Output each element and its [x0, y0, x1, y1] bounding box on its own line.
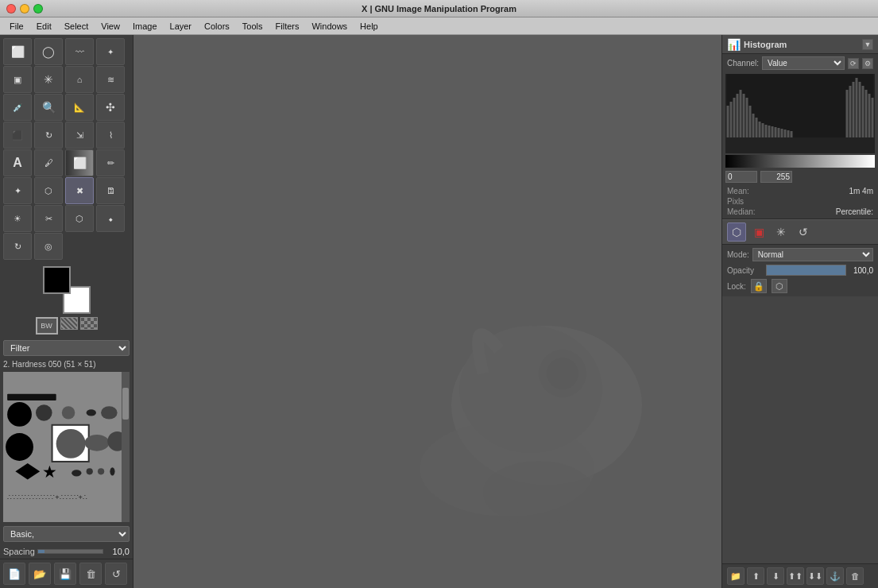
menu-file[interactable]: File — [3, 20, 30, 33]
layers-panel-header: ⬡ ▣ ✳ ↺ — [722, 219, 878, 245]
tool-ellipse-select[interactable]: ◯ — [34, 38, 63, 65]
tool-paintbrush[interactable]: ✦ — [3, 177, 32, 204]
paths-icon-button[interactable]: ✳ — [772, 222, 791, 242]
tool-flip[interactable]: ⬡ — [65, 205, 94, 232]
svg-rect-47 — [849, 86, 852, 137]
brush-filter-select[interactable]: Filter Basic All — [3, 340, 130, 356]
panel-bottom-icons: 📁 ⬆ ⬇ ⬆⬆ ⬇⬇ ⚓ 🗑 — [722, 563, 878, 588]
menu-windows[interactable]: Windows — [305, 20, 354, 33]
histogram-title: 📊 Histogram — [727, 38, 787, 51]
close-button[interactable] — [6, 4, 16, 14]
histogram-max-input[interactable] — [760, 171, 792, 183]
tool-rect-select[interactable]: ⬜ — [3, 38, 32, 65]
tool-move[interactable]: ✣ — [96, 94, 125, 121]
tool-path[interactable]: ✳ — [34, 66, 63, 93]
tool-shear[interactable]: ⌇ — [96, 122, 125, 149]
channel-select[interactable]: Value — [762, 56, 845, 70]
menu-filters[interactable]: Filters — [269, 20, 306, 33]
tool-ink[interactable]: ⬥ — [96, 205, 125, 232]
tool-burn[interactable]: ◎ — [34, 233, 63, 260]
minimize-button[interactable] — [20, 4, 29, 14]
opacity-slider[interactable] — [766, 265, 846, 276]
menu-select[interactable]: Select — [58, 20, 95, 33]
layers-list[interactable] — [722, 296, 878, 563]
histogram-collapse-button[interactable]: ▼ — [862, 39, 873, 50]
history-icon-button[interactable]: ↺ — [794, 222, 813, 242]
scroll-thumb[interactable] — [122, 388, 129, 420]
tool-fuzzy-select[interactable]: ✦ — [96, 38, 125, 65]
lower-layer-button[interactable]: ⬇ — [767, 567, 784, 585]
raise-layer-button[interactable]: ⬆ — [747, 567, 764, 585]
tool-warp[interactable]: ≋ — [96, 66, 125, 93]
menu-layer[interactable]: Layer — [164, 20, 199, 33]
lock-alpha-button[interactable]: ⬡ — [772, 279, 787, 293]
tool-colorpicker[interactable]: 💉 — [3, 94, 32, 121]
tool-crop[interactable]: ⬛ — [3, 122, 32, 149]
foreground-color-swatch[interactable] — [43, 266, 71, 294]
menu-tools[interactable]: Tools — [236, 20, 269, 33]
new-brush-button[interactable]: 📄 — [3, 563, 25, 585]
tool-zoom[interactable]: 🔍 — [34, 94, 63, 121]
svg-rect-32 — [749, 106, 752, 137]
tool-eraser[interactable]: ⬡ — [34, 177, 63, 204]
tool-measure[interactable]: 📐 — [65, 94, 94, 121]
tool-bucket[interactable]: 🖋 — [34, 149, 63, 176]
mode-select[interactable]: Normal — [752, 248, 873, 261]
histogram-settings-button[interactable]: ⚙ — [862, 58, 873, 69]
tool-scale[interactable]: ⇲ — [65, 122, 94, 149]
canvas-area[interactable] — [133, 35, 721, 588]
brush-category-select[interactable]: Basic, — [3, 526, 130, 542]
menu-edit[interactable]: Edit — [30, 20, 58, 33]
color-preset-bw[interactable]: BW — [36, 317, 58, 335]
color-preset-transparent[interactable] — [80, 317, 98, 330]
brush-scrollbar[interactable] — [122, 372, 130, 522]
delete-layer-button[interactable]: 🗑 — [846, 567, 864, 585]
tool-airbrush[interactable]: ✖ — [65, 177, 94, 204]
titlebar: X | GNU Image Manipulation Program — [0, 0, 878, 17]
tool-lasso-select[interactable]: 〰 — [65, 38, 94, 65]
svg-rect-28 — [737, 94, 739, 137]
tool-text[interactable]: A — [3, 149, 32, 176]
menu-image[interactable]: Image — [126, 20, 164, 33]
lock-pixels-button[interactable]: 🔒 — [751, 279, 767, 293]
spacing-bar[interactable] — [37, 549, 103, 554]
tool-blend[interactable]: ⬜ — [65, 149, 94, 176]
tool-heal[interactable]: ☀ — [3, 205, 32, 232]
duplicate-layer-button[interactable]: ⬆⬆ — [787, 567, 804, 585]
layers-icon-button[interactable]: ⬡ — [727, 222, 746, 242]
channels-icon-button[interactable]: ▣ — [749, 222, 768, 242]
svg-point-16 — [110, 467, 114, 475]
tool-clone[interactable]: 🖺 — [96, 177, 125, 204]
svg-rect-54 — [872, 98, 874, 137]
delete-brush-button[interactable]: 🗑 — [79, 563, 102, 585]
menu-help[interactable]: Help — [354, 20, 385, 33]
refresh-brush-button[interactable]: ↺ — [105, 563, 127, 585]
color-preset-pattern[interactable] — [60, 317, 78, 330]
menu-colors[interactable]: Colors — [198, 20, 236, 33]
tool-perspective[interactable]: ✂ — [34, 205, 63, 232]
histogram-refresh-button[interactable]: ⟳ — [848, 58, 859, 69]
svg-rect-46 — [846, 90, 849, 137]
window-controls[interactable] — [6, 4, 43, 14]
menu-view[interactable]: View — [95, 20, 126, 33]
svg-rect-39 — [772, 126, 774, 137]
opacity-row: Opacity 100,0 — [727, 265, 873, 276]
anchor-layer-button[interactable]: ⚓ — [826, 567, 844, 585]
tool-icons: ⬜ ◯ 〰 ✦ ▣ ✳ ⌂ ≋ 💉 🔍 📐 ✣ ⬛ ↻ ⇲ ⌇ A 🖋 ⬜ ✏ … — [0, 35, 133, 263]
open-brush-button[interactable]: 📂 — [29, 563, 51, 585]
save-brush-button[interactable]: 💾 — [54, 563, 76, 585]
svg-rect-31 — [746, 98, 748, 137]
brush-preview-area[interactable]: ★ ∴∵∴∵∴∵∴∵∴∵+∴∵∴∵+∴ — [3, 372, 130, 522]
maximize-button[interactable] — [33, 4, 43, 14]
merge-layer-button[interactable]: ⬇⬇ — [806, 567, 824, 585]
tool-rotate[interactable]: ↻ — [34, 122, 63, 149]
tool-pencil[interactable]: ✏ — [96, 149, 125, 176]
histogram-controls: Channel: Value ⟳ ⚙ — [722, 54, 878, 72]
histogram-display — [725, 74, 875, 153]
histogram-min-input[interactable] — [725, 171, 757, 183]
tool-cage[interactable]: ⌂ — [65, 66, 94, 93]
tool-scissors[interactable]: ▣ — [3, 66, 32, 93]
new-layer-button[interactable]: 📁 — [727, 567, 745, 585]
tool-dodge[interactable]: ↻ — [3, 233, 32, 260]
svg-rect-41 — [778, 128, 780, 137]
